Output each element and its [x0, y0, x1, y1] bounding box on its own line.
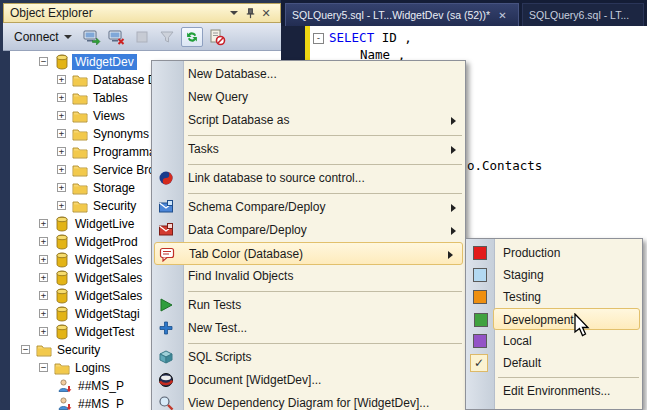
refresh-icon[interactable] — [181, 27, 203, 47]
menu-item-view-dependency-diagram-for-widgetdev[interactable]: View Dependency Diagram for [WidgetDev].… — [152, 392, 465, 410]
menu-item-label: Link database to source control... — [188, 167, 365, 190]
menu-item-schema-compare-deploy[interactable]: Schema Compare/Deploy — [152, 196, 465, 219]
database-icon — [54, 216, 70, 232]
folder-icon — [72, 162, 88, 178]
document-tab-2[interactable]: SQLQuery6.sql - LT... — [522, 3, 644, 26]
menu-item-sql-scripts[interactable]: SQL Scripts — [152, 346, 465, 369]
expand-icon[interactable]: + — [57, 165, 66, 174]
submenu-item-edit-environments[interactable]: Edit Environments... — [466, 380, 642, 402]
menu-item-tab-color-database[interactable]: Tab Color (Database) — [154, 242, 463, 265]
collapse-icon[interactable]: − — [39, 57, 48, 66]
menu-item-label: Production — [503, 242, 560, 264]
expand-icon[interactable]: + — [57, 93, 66, 102]
pin-icon[interactable] — [242, 5, 258, 21]
submenu-item-development[interactable]: Development — [493, 308, 640, 330]
ssms-window: SQLQuery5.sql - LT...WidgetDev (sa (52))… — [0, 0, 647, 410]
database-icon — [54, 252, 70, 268]
color-swatch-icon — [473, 334, 487, 348]
database-icon — [54, 288, 70, 304]
menu-item-script-database-as[interactable]: Script Database as — [152, 109, 465, 132]
menu-item-new-query[interactable]: New Query — [152, 86, 465, 109]
code-fragment: o.Contacts — [467, 158, 542, 173]
database-icon — [54, 54, 70, 70]
expand-icon[interactable]: + — [39, 309, 48, 318]
submenu-item-production[interactable]: Production — [466, 242, 642, 264]
connect-button[interactable]: Connect — [10, 28, 76, 46]
run-tests-icon — [158, 297, 174, 313]
menu-item-label: Default — [503, 352, 541, 374]
menu-item-find-invalid-objects[interactable]: Find Invalid Objects — [152, 265, 465, 288]
menu-item-run-tests[interactable]: Run Tests — [152, 294, 465, 317]
collapse-icon[interactable]: − — [39, 363, 48, 372]
expand-icon[interactable]: + — [39, 273, 48, 282]
menu-item-document-widgetdev[interactable]: Document [WidgetDev]... — [152, 369, 465, 392]
disconnect-server-icon[interactable] — [106, 27, 128, 47]
menu-item-tasks[interactable]: Tasks — [152, 138, 465, 161]
schema-compare-icon — [158, 199, 174, 215]
expand-icon[interactable]: + — [57, 129, 66, 138]
tree-item-label: WidgetSales — [72, 288, 145, 304]
menu-item-new-database[interactable]: New Database... — [152, 63, 465, 86]
menu-item-label: Edit Environments... — [503, 380, 610, 402]
tab-label: SQLQuery5.sql - LT...WidgetDev (sa (52))… — [292, 9, 490, 21]
menu-item-link-database-to-source-control[interactable]: Link database to source control... — [152, 167, 465, 190]
color-swatch-icon — [474, 313, 488, 327]
expand-icon[interactable]: + — [57, 147, 66, 156]
sql-scripts-icon — [158, 349, 174, 365]
tree-item-label: WidgetLive — [72, 216, 137, 232]
color-swatch-icon — [473, 246, 487, 260]
mouse-cursor — [574, 313, 592, 343]
menu-item-label: Data Compare/Deploy — [188, 219, 307, 242]
color-swatch-icon — [473, 290, 487, 304]
menu-item-new-test[interactable]: New Test... — [152, 317, 465, 340]
menu-item-label: New Test... — [188, 317, 247, 340]
collapse-icon[interactable]: − — [21, 345, 30, 354]
block-script-icon[interactable] — [206, 27, 228, 47]
close-tab-icon[interactable]: ✕ — [498, 10, 506, 21]
login-icon — [57, 396, 73, 410]
stop-icon — [131, 27, 153, 47]
window-position-icon[interactable] — [226, 5, 242, 21]
menu-item-label: Development — [503, 309, 574, 331]
expand-icon[interactable]: + — [57, 201, 66, 210]
expand-icon[interactable]: + — [57, 111, 66, 120]
expand-icon[interactable]: + — [39, 327, 48, 336]
expand-icon[interactable]: + — [39, 219, 48, 228]
expand-icon[interactable]: + — [39, 291, 48, 300]
menu-item-label: Script Database as — [188, 109, 289, 132]
login-icon — [57, 378, 73, 394]
tree-item-label: ##MS_P — [75, 396, 127, 410]
database-context-menu: New Database...New QueryScript Database … — [151, 60, 466, 410]
expand-icon[interactable]: + — [39, 237, 48, 246]
submenu-arrow-icon — [451, 117, 456, 125]
tree-item-label: WidgetSales — [72, 270, 145, 286]
menu-item-label: Tab Color (Database) — [189, 243, 303, 266]
document-tab-1[interactable]: SQLQuery5.sql - LT...WidgetDev (sa (52))… — [285, 3, 519, 26]
document-icon — [158, 372, 174, 388]
connect-server-icon[interactable] — [81, 27, 103, 47]
database-icon — [54, 270, 70, 286]
menu-item-data-compare-deploy[interactable]: Data Compare/Deploy — [152, 219, 465, 242]
code-fold-toggle[interactable]: - — [313, 33, 324, 44]
tree-item-label: Security — [54, 342, 103, 358]
folder-icon — [72, 90, 88, 106]
submenu-item-default[interactable]: ✓Default — [466, 352, 642, 374]
expand-icon[interactable]: + — [57, 75, 66, 84]
tree-item-label: Tables — [90, 90, 131, 106]
menu-item-label: Tasks — [188, 138, 219, 161]
filter-icon — [156, 27, 178, 47]
tree-item-label: Security — [90, 198, 139, 214]
submenu-item-local[interactable]: Local — [466, 330, 642, 352]
expand-icon[interactable]: + — [57, 183, 66, 192]
color-swatch-icon — [473, 268, 487, 282]
expand-icon[interactable]: + — [39, 255, 48, 264]
submenu-arrow-icon — [448, 251, 453, 259]
folder-icon — [72, 72, 88, 88]
tree-item-label: WidgetSales — [72, 252, 145, 268]
submenu-item-staging[interactable]: Staging — [466, 264, 642, 286]
submenu-item-testing[interactable]: Testing — [466, 286, 642, 308]
close-icon[interactable]: ✕ — [258, 5, 274, 21]
database-icon — [54, 324, 70, 340]
tree-item-label: WidgetDev — [72, 54, 137, 70]
menu-item-label: SQL Scripts — [188, 346, 252, 369]
